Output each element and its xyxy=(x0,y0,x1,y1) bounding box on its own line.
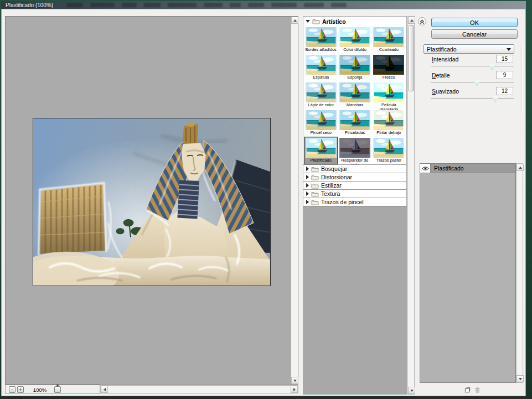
folder-icon xyxy=(311,183,319,189)
scroll-up-icon[interactable] xyxy=(408,17,415,24)
category-label: Artístico xyxy=(322,18,346,25)
intensity-value[interactable]: 15 xyxy=(496,55,513,63)
preview-canvas[interactable] xyxy=(33,118,271,286)
category-bosquejar[interactable]: Bosquejar xyxy=(303,164,406,173)
intensity-slider-handle[interactable] xyxy=(489,64,494,70)
zoom-level: 100% xyxy=(28,387,52,393)
window-title: Plastificado (100%) xyxy=(1,2,53,8)
zoom-out-button[interactable]: - xyxy=(9,386,16,393)
eye-icon xyxy=(422,166,429,171)
filter-gallery-window: Plastificado (100%) xyxy=(0,0,532,399)
folder-icon xyxy=(311,199,319,205)
scroll-up-icon[interactable] xyxy=(516,164,524,171)
category-distorsionar[interactable]: Distorsionar xyxy=(303,173,406,181)
filter-thumb-cuarteado[interactable]: Cuarteado xyxy=(372,26,406,54)
effect-layer-list: Plastificado xyxy=(420,163,516,383)
delete-effect-layer-button[interactable] xyxy=(473,386,481,393)
filter-thumb-manchas[interactable]: Manchas xyxy=(338,81,371,109)
options-group-divider xyxy=(521,45,522,111)
intensity-label: Intensidad xyxy=(432,56,458,63)
new-layer-icon xyxy=(464,386,471,393)
scroll-down-icon[interactable] xyxy=(291,377,298,384)
folder-icon xyxy=(311,191,319,197)
category-textura[interactable]: Textura xyxy=(303,189,406,198)
double-chevron-up-icon xyxy=(419,18,426,25)
cancel-button[interactable]: Cancelar xyxy=(431,29,518,39)
filter-browser-scrollbar[interactable] xyxy=(407,16,415,395)
effect-layer-row[interactable]: Plastificado xyxy=(420,164,515,173)
detail-label: Detalle xyxy=(432,72,450,79)
scroll-down-icon[interactable] xyxy=(408,387,415,394)
category-artistico-header[interactable]: Artístico xyxy=(303,17,406,26)
smoothness-slider-handle[interactable] xyxy=(493,96,498,102)
preview-vertical-scrollbar[interactable] xyxy=(291,17,298,384)
scrollbar-thumb[interactable] xyxy=(409,25,414,91)
collapse-panel-button[interactable] xyxy=(418,17,426,25)
zoom-in-button[interactable]: + xyxy=(17,386,24,393)
filter-thumb-plastificado-selected[interactable]: Plastificado xyxy=(304,137,338,164)
filter-thumb-bordes-anadidos[interactable]: Bordes añadidos xyxy=(304,26,338,54)
category-trazos-de-pincel[interactable]: Trazos de pincel xyxy=(303,198,406,206)
zoom-controls: - + 100% xyxy=(5,385,100,394)
chevron-down-icon xyxy=(507,48,511,51)
filter-select[interactable]: Plastificado xyxy=(423,44,514,54)
filter-thumb-trazos-pastel[interactable]: Trazos pastel xyxy=(372,137,406,164)
detail-slider-handle[interactable] xyxy=(474,80,479,86)
scroll-right-icon[interactable] xyxy=(291,386,298,393)
filter-thumb-resplandor-de-neon[interactable]: Resplandor de neón xyxy=(338,137,371,164)
filter-browser: Artístico Bordes añadidos Color diluido … xyxy=(303,16,407,395)
preview-horizontal-scrollbar[interactable] xyxy=(100,385,298,393)
filter-thumb-fresco[interactable]: Fresco xyxy=(372,54,406,81)
filter-thumb-esponja[interactable]: Esponja xyxy=(338,54,371,81)
scroll-up-icon[interactable] xyxy=(291,17,298,24)
filter-thumb-color-diluido[interactable]: Color diluido xyxy=(338,26,371,54)
smoothness-value[interactable]: 12 xyxy=(496,87,513,95)
preview-pane xyxy=(5,16,298,385)
filter-select-value: Plastificado xyxy=(427,46,457,53)
filter-thumb-espatula[interactable]: Espátula xyxy=(304,54,338,81)
chevron-collapsed-icon xyxy=(306,167,309,171)
chevron-collapsed-icon xyxy=(306,200,309,204)
effect-layer-name: Plastificado xyxy=(431,164,515,173)
chevron-expanded-icon xyxy=(306,20,310,23)
layer-visibility-toggle[interactable] xyxy=(420,164,431,173)
scroll-down-icon[interactable] xyxy=(516,375,524,382)
filter-thumb-pinceladas[interactable]: Pinceladas xyxy=(338,109,371,137)
chevron-collapsed-icon xyxy=(306,175,309,179)
intensity-slider[interactable] xyxy=(431,66,514,67)
filter-thumb-pincel-seco[interactable]: Pincel seco xyxy=(304,109,338,137)
scroll-left-icon[interactable] xyxy=(101,386,108,393)
trash-icon xyxy=(474,386,481,393)
smoothness-slider[interactable] xyxy=(431,98,514,99)
chevron-collapsed-icon xyxy=(306,183,309,188)
folder-icon xyxy=(311,174,319,180)
detail-slider[interactable] xyxy=(431,82,514,83)
folder-icon xyxy=(311,166,319,172)
ok-button[interactable]: OK xyxy=(431,18,518,27)
smoothness-label: Suavizado xyxy=(432,88,459,95)
background-menu-ghosts xyxy=(66,3,347,7)
filter-thumbnail-grid: Bordes añadidos Color diluido Cuarteado … xyxy=(303,26,406,164)
effect-layer-scrollbar[interactable] xyxy=(516,163,523,383)
new-effect-layer-button[interactable] xyxy=(463,386,471,393)
zoom-menu-button[interactable] xyxy=(54,386,61,393)
sphinx-plastic-wrap-image xyxy=(33,118,270,286)
filter-browser-empty-area xyxy=(303,206,406,394)
titlebar[interactable]: Plastificado (100%) xyxy=(1,1,526,9)
filter-gallery-dialog: - + 100% Artístico Bordes añadidos Color… xyxy=(1,9,526,396)
filter-thumb-lapiz-de-color[interactable]: Lápiz de color xyxy=(304,81,338,109)
preview-zoom-bar: - + 100% xyxy=(5,385,298,394)
category-estilizar[interactable]: Estilizar xyxy=(303,181,406,189)
folder-icon xyxy=(312,18,320,24)
filter-thumb-pelicula-granulada[interactable]: Película granulada xyxy=(372,81,406,109)
chevron-collapsed-icon xyxy=(306,191,309,196)
detail-value[interactable]: 9 xyxy=(496,71,513,79)
filter-thumb-pintar-debajo[interactable]: Pintar debajo xyxy=(372,109,406,137)
